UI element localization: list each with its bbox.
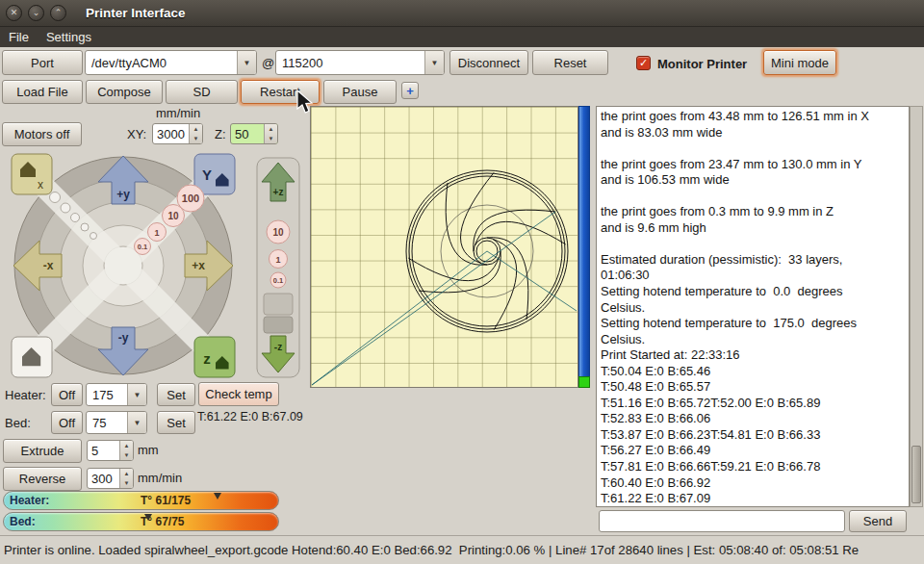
baud-select[interactable]: 115200 ▼ [275,50,445,75]
xy-feed-stepper[interactable]: 3000 ▲▼ [152,123,203,144]
add-tab-button[interactable]: + [401,82,419,99]
pause-button[interactable]: Pause [323,80,397,104]
compose-button[interactable]: Compose [86,80,163,104]
restart-button[interactable]: Restart [241,80,320,104]
home-z-label: z [203,350,211,367]
heater-gauge: Heater: T° 61/175 [3,491,279,510]
xy-feed-value: 3000 [153,124,189,143]
log-line: the print goes from 23.47 mm to 130.0 mm… [601,157,905,173]
bed-set-button[interactable]: Set [157,411,195,434]
printer-interface-window: ✕ ⌄ ⌃ Printer Interface File Settings Po… [0,0,924,564]
up-arrow-icon[interactable]: ▲ [265,124,277,134]
log-output[interactable]: the print goes from 43.48 mm to 126.51 m… [596,106,910,507]
home-x-button[interactable]: x [12,154,52,194]
log-line: Celsius. [601,332,905,348]
current-layer-indicator [578,376,590,388]
reverse-speed-stepper[interactable]: 300 ▲▼ [87,468,134,489]
jog-step-1-badge: 1 [148,223,167,242]
stepper-arrows[interactable]: ▲▼ [119,441,133,460]
z-feed-value: 50 [231,124,264,143]
monitor-printer-checkbox[interactable]: ✓ [636,56,651,70]
window-title: Printer Interface [86,6,186,20]
jog-dot [61,203,70,213]
heater-temp-select[interactable]: 175 ▼ [86,383,147,406]
load-file-button[interactable]: Load File [2,80,83,104]
z-step-10-badge: 10 [267,220,290,244]
bed-off-button[interactable]: Off [51,411,83,434]
home-all-button[interactable] [12,337,52,377]
bed-label: Bed: [5,416,31,430]
reset-button[interactable]: Reset [532,50,608,75]
heater-temp-value: 175 [87,384,127,405]
chevron-down-icon[interactable]: ▼ [127,384,146,405]
heater-off-button[interactable]: Off [51,383,83,406]
heater-set-button[interactable]: Set [157,383,195,406]
chevron-down-icon[interactable]: ▼ [424,51,444,74]
send-button[interactable]: Send [849,510,907,532]
extrude-units-label: mm [138,443,159,457]
down-arrow-icon[interactable]: ▼ [265,134,277,143]
minus-z-label: -z [274,342,282,352]
sd-button[interactable]: SD [166,80,238,104]
heater-label: Heater: [5,388,46,402]
title-bar: ✕ ⌄ ⌃ Printer Interface [0,0,924,27]
chevron-down-icon[interactable]: ▼ [127,412,146,433]
z-jog-segment[interactable] [264,294,293,315]
svg-text:100: 100 [182,192,199,204]
home-y-label: Y [202,167,212,183]
stepper-arrows[interactable]: ▲▼ [264,124,277,143]
jog-step-01-badge: 0.1 [135,239,151,255]
up-arrow-icon[interactable]: ▲ [120,441,133,450]
up-arrow-icon[interactable]: ▲ [190,124,202,134]
down-arrow-icon[interactable]: ▼ [120,450,133,460]
log-line: and is 83.03 mm wide [601,125,905,141]
disconnect-button[interactable]: Disconnect [449,50,528,75]
extrude-button[interactable]: Extrude [3,439,82,463]
menu-settings[interactable]: Settings [46,30,91,44]
jog-dot [81,223,89,231]
minimize-icon[interactable]: ⌄ [28,5,44,21]
stepper-arrows[interactable]: ▲▼ [119,469,133,488]
check-temp-button[interactable]: Check temp [198,382,279,406]
port-button[interactable]: Port [2,50,83,75]
z-jog-control[interactable]: +z 10 1 0.1 -z [256,157,300,378]
motors-off-button[interactable]: Motors off [2,122,82,146]
log-line: Estimated duration (pessimistic): 33 lay… [601,252,905,269]
scrollbar-thumb[interactable] [911,446,921,503]
log-line [601,236,905,252]
z-jog-segment[interactable] [264,317,293,333]
extrude-amount-value: 5 [88,441,119,460]
close-icon[interactable]: ✕ [6,5,22,21]
command-input[interactable] [599,510,845,532]
bed-temp-select[interactable]: 75 ▼ [86,411,147,434]
layer-progress-bar[interactable] [578,106,590,388]
xy-jog-pad[interactable]: x Y z +y -y -x +x [8,150,239,381]
heater-setpoint-marker [214,493,221,500]
mini-mode-button[interactable]: Mini mode [763,50,836,75]
log-line: the print goes from 0.3 mm to 9.9 mm in … [601,204,905,220]
svg-text:10: 10 [272,227,284,238]
down-arrow-icon[interactable]: ▼ [190,134,202,143]
chevron-down-icon[interactable]: ▼ [237,51,256,74]
svg-text:0.1: 0.1 [273,276,283,285]
z-feed-stepper[interactable]: 50 ▲▼ [230,123,278,144]
home-y-button[interactable]: Y [194,154,235,194]
gcode-viewer[interactable] [310,106,578,388]
log-line [601,189,905,205]
heater-gauge-value: T° 61/175 [141,494,191,507]
log-line: and is 106.53 mm wide [601,172,905,189]
home-z-button[interactable]: z [194,337,235,377]
bed-setpoint-marker [144,514,152,521]
z-step-1-badge: 1 [270,250,288,269]
up-arrow-icon[interactable]: ▲ [120,469,133,478]
log-scrollbar[interactable] [910,106,923,507]
port-select[interactable]: /dev/ttyACM0 ▼ [85,50,257,75]
menu-file[interactable]: File [9,30,29,44]
down-arrow-icon[interactable]: ▼ [120,478,133,488]
log-line: 01:06:30 [601,268,905,284]
extrude-amount-stepper[interactable]: 5 ▲▼ [87,440,134,461]
stepper-arrows[interactable]: ▲▼ [189,124,202,143]
maximize-icon[interactable]: ⌃ [50,5,66,21]
bed-gauge-label: Bed: [4,515,36,528]
reverse-button[interactable]: Reverse [3,467,82,491]
